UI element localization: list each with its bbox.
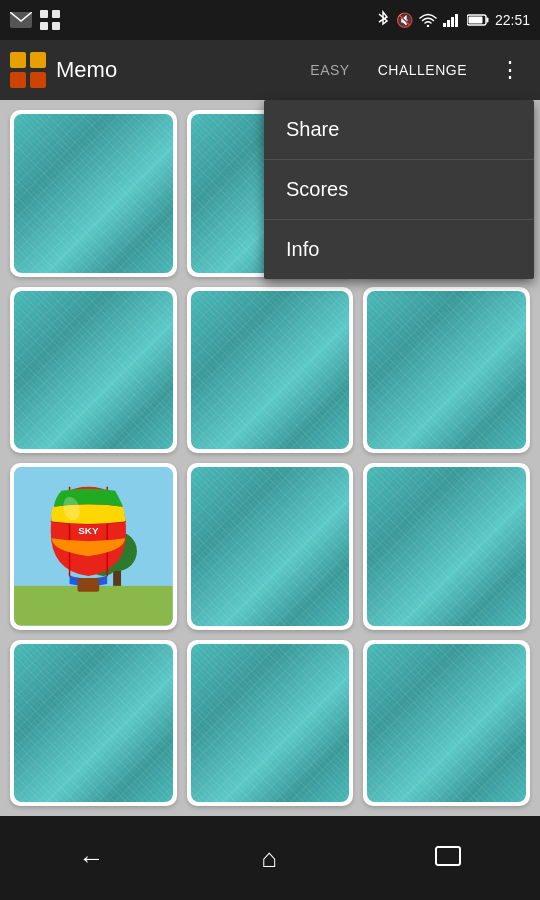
overflow-menu-button[interactable]: ⋮ bbox=[491, 53, 530, 87]
svg-rect-11 bbox=[486, 18, 488, 23]
svg-rect-4 bbox=[52, 22, 60, 30]
grid-icon bbox=[40, 10, 60, 30]
card-0[interactable] bbox=[10, 110, 177, 277]
bluetooth-svg bbox=[376, 10, 390, 28]
svg-rect-14 bbox=[30, 52, 46, 68]
nav-tabs: EASY CHALLENGE bbox=[296, 56, 481, 84]
svg-rect-6 bbox=[443, 23, 446, 27]
menu-item-scores[interactable]: Scores bbox=[264, 160, 534, 220]
svg-rect-1 bbox=[40, 10, 48, 18]
home-button[interactable]: ⌂ bbox=[241, 833, 297, 884]
svg-rect-7 bbox=[447, 20, 450, 27]
svg-rect-9 bbox=[455, 14, 458, 27]
app-logo bbox=[10, 52, 46, 88]
svg-rect-15 bbox=[10, 72, 26, 88]
mute-icon: 🔇 bbox=[396, 12, 413, 28]
status-bar-right: 🔇 22:51 bbox=[376, 10, 530, 31]
card-face-teal bbox=[191, 291, 350, 450]
bottom-nav: ← ⌂ bbox=[0, 816, 540, 900]
card-face-teal bbox=[367, 644, 526, 803]
card-5[interactable] bbox=[363, 287, 530, 454]
tab-easy[interactable]: EASY bbox=[296, 56, 363, 84]
status-bar: 🔇 22:51 bbox=[0, 0, 540, 40]
card-face-teal bbox=[14, 644, 173, 803]
signal-icon bbox=[443, 13, 461, 27]
card-8[interactable] bbox=[363, 463, 530, 630]
svg-rect-13 bbox=[10, 52, 26, 68]
recent-button[interactable] bbox=[414, 833, 482, 884]
time-display: 22:51 bbox=[495, 12, 530, 28]
dropdown-menu: Share Scores Info bbox=[264, 100, 534, 279]
menu-item-info[interactable]: Info bbox=[264, 220, 534, 279]
menu-item-share[interactable]: Share bbox=[264, 100, 534, 160]
svg-text:SKY: SKY bbox=[78, 525, 99, 536]
card-9[interactable] bbox=[10, 640, 177, 807]
gmail-icon bbox=[10, 12, 32, 28]
svg-rect-28 bbox=[436, 847, 460, 865]
tab-challenge[interactable]: CHALLENGE bbox=[364, 56, 481, 84]
bluetooth-icon bbox=[376, 10, 390, 31]
card-11[interactable] bbox=[363, 640, 530, 807]
wifi-icon bbox=[419, 13, 437, 27]
card-face-teal bbox=[191, 467, 350, 626]
card-10[interactable] bbox=[187, 640, 354, 807]
recent-apps-icon bbox=[434, 845, 462, 867]
status-bar-left bbox=[10, 10, 60, 30]
svg-rect-2 bbox=[52, 10, 60, 18]
card-6[interactable]: SKY bbox=[10, 463, 177, 630]
card-face-teal bbox=[367, 467, 526, 626]
card-3[interactable] bbox=[10, 287, 177, 454]
battery-icon bbox=[467, 14, 489, 26]
card-face-teal bbox=[14, 114, 173, 273]
card-7[interactable] bbox=[187, 463, 354, 630]
card-4[interactable] bbox=[187, 287, 354, 454]
back-button[interactable]: ← bbox=[58, 833, 124, 884]
svg-rect-12 bbox=[468, 17, 482, 24]
svg-rect-3 bbox=[40, 22, 48, 30]
card-face-balloon: SKY bbox=[14, 467, 173, 626]
svg-rect-23 bbox=[77, 578, 99, 592]
app-bar: Memo EASY CHALLENGE ⋮ bbox=[0, 40, 540, 100]
svg-rect-16 bbox=[30, 72, 46, 88]
card-face-teal bbox=[14, 291, 173, 450]
card-face-teal bbox=[191, 644, 350, 803]
svg-point-5 bbox=[427, 25, 429, 27]
svg-rect-8 bbox=[451, 17, 454, 27]
card-face-teal bbox=[367, 291, 526, 450]
app-title: Memo bbox=[56, 57, 296, 83]
